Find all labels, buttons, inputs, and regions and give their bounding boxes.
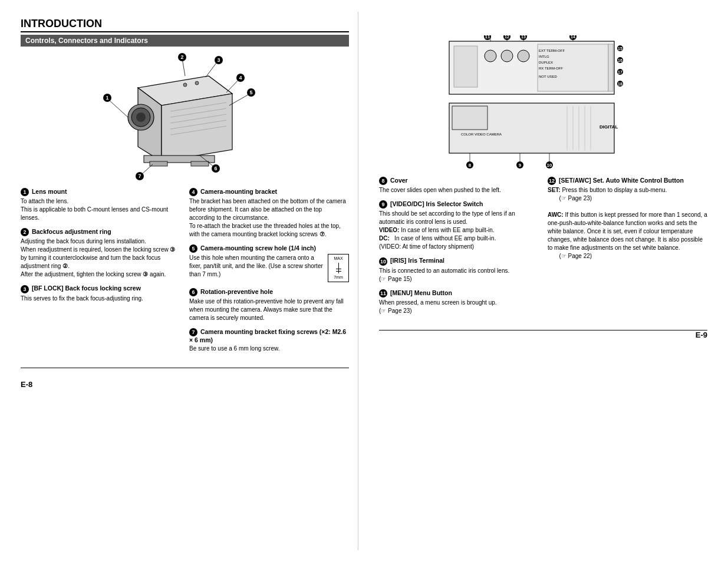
svg-point-39 xyxy=(485,50,496,62)
svg-text:6: 6 xyxy=(214,166,217,171)
num-4: 4 xyxy=(189,188,197,196)
svg-point-10 xyxy=(195,81,199,85)
item-10: 10 [IRIS] Iris Terminal This is connecte… xyxy=(379,257,539,283)
num-6: 6 xyxy=(189,288,197,296)
item-6-title: 6 Rotation-preventive hole xyxy=(189,288,349,296)
svg-point-40 xyxy=(501,50,513,62)
svg-text:DUPLEX: DUPLEX xyxy=(539,61,553,64)
svg-text:2: 2 xyxy=(180,54,183,60)
right-page-number-container: E-9 xyxy=(379,330,707,339)
item-8: 8 Cover The cover slides open when pushe… xyxy=(379,177,539,194)
num-7: 7 xyxy=(189,328,197,336)
svg-text:16: 16 xyxy=(618,58,622,62)
item-11: 11 [MENU] Menu Button When pressed, a me… xyxy=(379,289,539,315)
svg-rect-79 xyxy=(452,106,487,130)
item-11-title: 11 [MENU] Menu Button xyxy=(379,289,539,297)
item-12: 12 [SET/AWC] Set. Auto White Control But… xyxy=(548,177,707,260)
item-9-title: 9 [VIDEO/DC] Iris Selector Switch xyxy=(379,200,539,209)
svg-line-22 xyxy=(206,61,218,77)
svg-text:4: 4 xyxy=(239,75,242,81)
item-7-text: Be sure to use a 6 mm long screw. xyxy=(189,345,349,353)
item-7: 7 Camera mounting bracket fixing screws … xyxy=(189,328,349,353)
item-2-text: Adjusting the back focus during lens ins… xyxy=(21,237,180,279)
svg-text:9: 9 xyxy=(518,163,521,168)
right-col-2: 12 [SET/AWC] Set. Auto White Control But… xyxy=(548,177,707,321)
screw-diagram: MAX 7mm xyxy=(328,254,349,282)
left-page: INTRODUCTION Controls, Connectors and In… xyxy=(12,12,358,550)
num-10: 10 xyxy=(379,257,387,266)
camera-diagram-left: 1 2 3 4 5 6 xyxy=(91,52,279,182)
svg-text:RX TERM-OFF: RX TERM-OFF xyxy=(539,67,563,70)
svg-point-5 xyxy=(136,113,146,122)
svg-rect-7 xyxy=(150,161,167,166)
left-col-1: 1 Lens mount To attach the lens.This is … xyxy=(21,188,180,359)
left-col-2: 4 Camera-mounting bracket The bracket ha… xyxy=(189,188,349,359)
num-11: 11 xyxy=(379,289,387,297)
item-5-text: MAX 7mm Use this hole when mounting the … xyxy=(189,254,349,282)
num-3: 3 xyxy=(21,285,29,293)
item-5: 5 Camera-mounting screw hole (1/4 inch) … xyxy=(189,244,349,282)
item-2-title: 2 Backfocus adjustment ring xyxy=(21,228,180,236)
svg-text:1: 1 xyxy=(106,95,108,101)
svg-text:18: 18 xyxy=(618,82,622,86)
item-10-title: 10 [IRIS] Iris Terminal xyxy=(379,257,539,265)
item-4: 4 Camera-mounting bracket The bracket ha… xyxy=(189,188,349,239)
right-col-1: 8 Cover The cover slides open when pushe… xyxy=(379,177,539,321)
item-9: 9 [VIDEO/DC] Iris Selector Switch This s… xyxy=(379,200,539,251)
svg-point-41 xyxy=(518,50,529,62)
right-page: EXT TERM-OFF INTLG DUPLEX RX TERM-OFF NO… xyxy=(370,12,716,550)
svg-text:3: 3 xyxy=(217,57,220,63)
svg-text:17: 17 xyxy=(618,70,622,74)
svg-text:12: 12 xyxy=(505,35,509,39)
svg-text:EXT TERM-OFF: EXT TERM-OFF xyxy=(539,49,565,52)
item-2: 2 Backfocus adjustment ring Adjusting th… xyxy=(21,228,180,279)
svg-line-25 xyxy=(226,79,239,92)
item-11-text: When pressed, a menu screen is brought u… xyxy=(379,299,539,315)
section-header: Controls, Connectors and Indicators xyxy=(21,35,349,47)
right-content: 8 Cover The cover slides open when pushe… xyxy=(379,177,707,321)
camera-body xyxy=(128,76,232,166)
svg-point-9 xyxy=(183,83,187,87)
svg-text:DIGITAL: DIGITAL xyxy=(599,124,618,130)
left-page-bottom-line xyxy=(21,368,349,368)
item-8-text: The cover slides open when pushed to the… xyxy=(379,186,539,194)
svg-text:NOT USED: NOT USED xyxy=(539,75,558,78)
svg-text:13: 13 xyxy=(521,35,526,39)
num-8: 8 xyxy=(379,177,387,185)
num-2: 2 xyxy=(21,228,29,236)
svg-text:11: 11 xyxy=(485,35,490,39)
item-8-title: 8 Cover xyxy=(379,177,539,185)
item-1-text: To attach the lens.This is applicable to… xyxy=(21,197,180,222)
item-3: 3 [BF LOCK] Back focus locking screw Thi… xyxy=(21,285,180,302)
item-3-title: 3 [BF LOCK] Back focus locking screw xyxy=(21,285,180,293)
camera-diagram-right: EXT TERM-OFF INTLG DUPLEX RX TERM-OFF NO… xyxy=(431,35,655,171)
svg-rect-48 xyxy=(608,44,613,91)
item-12-text: SET: Press this button to display a sub-… xyxy=(548,186,707,260)
item-7-title: 7 Camera mounting bracket fixing screws … xyxy=(189,328,349,343)
left-content: 1 Lens mount To attach the lens.This is … xyxy=(21,188,349,359)
svg-text:COLOR VIDEO CAMERA: COLOR VIDEO CAMERA xyxy=(461,133,502,136)
item-6-text: Make use of this rotation-preventive hol… xyxy=(189,297,349,322)
camera-svg-right: EXT TERM-OFF INTLG DUPLEX RX TERM-OFF NO… xyxy=(431,35,655,171)
num-1: 1 xyxy=(21,188,29,196)
item-12-title: 12 [SET/AWC] Set. Auto White Control But… xyxy=(548,177,707,185)
svg-marker-2 xyxy=(162,94,232,161)
svg-text:10: 10 xyxy=(546,163,552,168)
item-9-text: This should be set according to the type… xyxy=(379,210,539,251)
svg-text:15: 15 xyxy=(618,47,622,51)
svg-rect-8 xyxy=(191,161,209,166)
svg-text:8: 8 xyxy=(468,163,471,168)
camera-svg-left: 1 2 3 4 5 6 xyxy=(91,52,279,182)
svg-text:INTLG: INTLG xyxy=(539,55,549,58)
item-6: 6 Rotation-preventive hole Make use of t… xyxy=(189,288,349,322)
item-4-title: 4 Camera-mounting bracket xyxy=(189,188,349,196)
right-page-number: E-9 xyxy=(696,330,707,339)
svg-text:14: 14 xyxy=(571,35,575,39)
item-1: 1 Lens mount To attach the lens.This is … xyxy=(21,188,180,222)
num-5: 5 xyxy=(189,244,197,253)
item-1-title: 1 Lens mount xyxy=(21,188,180,196)
num-9: 9 xyxy=(379,200,387,209)
left-page-number: E-8 xyxy=(21,380,349,389)
item-4-text: The bracket has been attached on the bot… xyxy=(189,197,349,239)
svg-line-16 xyxy=(108,100,128,117)
